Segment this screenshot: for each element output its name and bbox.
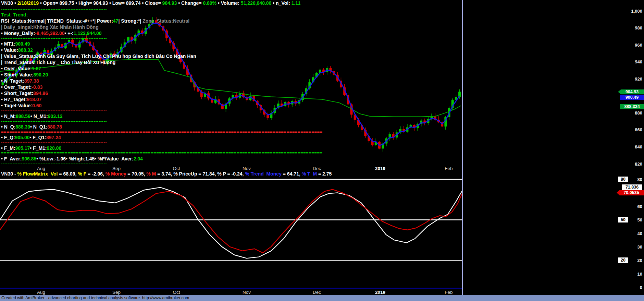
overlay-line: Test_Trend: bbox=[1, 12, 323, 18]
osc-line-red bbox=[0, 190, 462, 253]
overlay-line-21-seg-0: ========================================… bbox=[1, 129, 323, 134]
overlay-line-27-seg-0: ----------------------------------------… bbox=[1, 161, 107, 166]
time-axis-label: Oct bbox=[173, 290, 180, 295]
overlay-line: | Trend_Status:Tich Luy _ Cho Thay Đôi X… bbox=[1, 59, 323, 65]
time-axis-label: Feb bbox=[445, 166, 453, 171]
overlay-line: • Over_Taget:-0.83 bbox=[1, 84, 323, 90]
osc-value-badge: 70.0535 bbox=[617, 190, 644, 195]
time-axis-top[interactable]: AugSepOctNovDec2019Feb bbox=[0, 166, 644, 171]
flowmatrix-title-seg-11: % P bbox=[217, 171, 226, 177]
overlay-separator: ----------------------------------------… bbox=[1, 7, 323, 12]
flowmatrix-title-seg-5: % Money bbox=[106, 171, 126, 177]
overlay-line-2-seg-1: 47 bbox=[113, 18, 119, 24]
flowmatrix-title-seg-14: = 64.71, bbox=[282, 171, 302, 177]
osc-level-box: 80 bbox=[618, 177, 628, 182]
overlay-line-24-seg-2: • F_M1: bbox=[30, 145, 47, 151]
quote-header-seg-9: 1.11 bbox=[292, 0, 300, 6]
overlay-line-8-seg-0: | Value_Status:Đinh Gia Suy Giam, Tich L… bbox=[1, 53, 196, 59]
time-axis-label: Dec bbox=[313, 166, 321, 171]
flowmatrix-title-seg-0: VN30 - bbox=[1, 171, 17, 177]
overlay-line-4-seg-2: • +-: bbox=[64, 31, 73, 36]
osc-axis-tick: 80 bbox=[637, 177, 642, 182]
osc-level-box: 20 bbox=[618, 257, 628, 263]
overlay-separator: ========================================… bbox=[1, 130, 323, 134]
time-axis-label: Aug bbox=[37, 290, 45, 295]
flowmatrix-title-seg-7: % M bbox=[146, 171, 156, 177]
overlay-line-22-seg-0: • F_Q: bbox=[1, 135, 15, 140]
time-axis-label: Sep bbox=[112, 290, 121, 295]
overlay-line-19-seg-0: ----------------------------------------… bbox=[1, 119, 107, 124]
overlay-line-20-seg-0: • N_Q: bbox=[1, 124, 15, 130]
overlay-line-13-seg-0: • Over_Taget: bbox=[1, 84, 32, 90]
overlay-line-10-seg-1: 1.87 bbox=[32, 66, 41, 71]
flowmatrix-title: VN30 - % FlowMatrix_Vol = 68.09, % F = -… bbox=[1, 171, 332, 177]
flowmatrix-title-seg-10: = 71.84, bbox=[197, 171, 217, 177]
quote-header-seg-3: 904.93 bbox=[162, 0, 177, 6]
overlay-line-7-seg-1: 888.32 bbox=[18, 47, 33, 53]
overlay-separator: ----------------------------------------… bbox=[1, 36, 323, 41]
flowmatrix-title-seg-2: = 68.09, bbox=[58, 171, 78, 177]
price-axis-tick: 920 bbox=[635, 76, 642, 82]
overlay-line: • Over_Value:1.87 bbox=[1, 65, 323, 72]
overlay-line-18-seg-2: • N_M1: bbox=[30, 113, 48, 119]
overlay-line: • H7_Taget:918.07 bbox=[1, 96, 323, 103]
overlay-line-18-seg-0: • N_M: bbox=[1, 113, 16, 119]
time-axis-label: Sep bbox=[112, 166, 121, 171]
time-axis-label: Aug bbox=[37, 166, 45, 171]
flowmatrix-title-seg-1: % FlowMatrix_Vol bbox=[17, 171, 58, 177]
osc-axis-tick: 30 bbox=[637, 244, 642, 250]
overlay-separator: ========================================… bbox=[1, 151, 323, 156]
overlay-line-2-seg-2: | Strong:*| bbox=[118, 18, 143, 24]
time-axis-bottom[interactable]: AugSepOctNovDec2019Feb bbox=[0, 290, 644, 295]
overlay-line: | Value_Status:Đinh Gia Suy Giam, Tich L… bbox=[1, 53, 323, 59]
overlay-line-6-seg-0: • MT1: bbox=[1, 41, 15, 47]
price-badge: 900.49 bbox=[620, 95, 644, 100]
overlay-line-26-seg-1: 906.85 bbox=[22, 156, 36, 161]
overlay-line-20-seg-2: • N_Q1: bbox=[30, 124, 47, 130]
overlay-line-4-seg-1: -8,465,392.00 bbox=[35, 31, 64, 36]
overlay-line-11-seg-0: • Short_Value: bbox=[1, 72, 33, 77]
flowmatrix-title-seg-12: = -0.24, bbox=[226, 171, 245, 177]
overlay-line-7-seg-0: • Value: bbox=[1, 47, 18, 53]
overlay-line-22-seg-1: 905.00 bbox=[15, 135, 30, 140]
price-axis-tick: 880 bbox=[635, 110, 642, 116]
amibroker-window: VN30 • 2/18/2019 • Open= 899.75 • High= … bbox=[0, 0, 644, 301]
time-axis-label: Oct bbox=[173, 166, 180, 171]
overlay-line-16-seg-1: 0.60 bbox=[32, 103, 41, 108]
quote-header-seg-6: • Volume: bbox=[216, 0, 241, 6]
overlay-separator: ----------------------------------------… bbox=[1, 141, 323, 145]
flowmatrix-title-seg-4: = -2.06, bbox=[86, 171, 106, 177]
overlay-line: • Value:888.32 bbox=[1, 47, 323, 53]
overlay-line-5-seg-0: ----------------------------------------… bbox=[1, 36, 107, 41]
quote-header-seg-4: • Change= bbox=[177, 0, 203, 6]
flowmatrix-title-seg-8: = 3.74, bbox=[156, 171, 173, 177]
overlay-line-12-seg-0: • N_Taget: bbox=[1, 78, 24, 84]
overlay-line-3-seg-0: | Daily_singal:Không Xác Nhân Hành Đông bbox=[1, 24, 99, 30]
overlay-line-10-seg-0: • Over_Value: bbox=[1, 66, 32, 71]
overlay-separator: ----------------------------------------… bbox=[1, 119, 323, 124]
overlay-line-1-seg-0: Test_Trend: bbox=[1, 12, 28, 17]
overlay-line-20-seg-1: 888.39 bbox=[15, 124, 30, 130]
overlay-line-13-seg-1: -0.83 bbox=[32, 84, 42, 90]
quote-header-seg-0: VN30 • bbox=[1, 0, 17, 6]
flowmatrix-title-seg-6: = 70.05, bbox=[126, 171, 146, 177]
overlay-line-2-seg-3: Zone_Status:Neutral bbox=[143, 18, 189, 24]
overlay-separator: ----------------------------------------… bbox=[1, 109, 323, 113]
flowmatrix-title-seg-16: = 2.75 bbox=[317, 171, 332, 177]
flowmatrix-title-seg-3: % F bbox=[78, 171, 86, 177]
overlay-line: | Daily_singal:Không Xác Nhân Hành Đông bbox=[1, 24, 323, 30]
quote-header-seg-1: 2/18/2019 bbox=[17, 0, 39, 6]
overlay-line-26-seg-0: • F_Aver: bbox=[1, 156, 22, 161]
overlay-separator: ----------------------------------------… bbox=[1, 162, 323, 166]
overlay-line: RSI_Status:Normal| TREND_Status:-#++*| P… bbox=[1, 18, 323, 24]
quote-header: VN30 • 2/18/2019 • Open= 899.75 • High= … bbox=[1, 0, 300, 6]
overlay-line: • MT1:900.49 bbox=[1, 41, 323, 47]
price-badge: 904.93 bbox=[618, 89, 644, 95]
overlay-line-4-seg-0: • Money_Daily: bbox=[1, 31, 35, 36]
amibroker-credit-bar: Created with AmiBroker - advanced charti… bbox=[0, 295, 644, 301]
overlay-line-4-seg-3: 1,122,944.00 bbox=[74, 31, 102, 36]
time-axis-label: Nov bbox=[243, 166, 251, 171]
overlay-line-15-seg-1: 918.07 bbox=[27, 97, 41, 102]
overlay-line-11-seg-1: 890.20 bbox=[33, 72, 48, 77]
quote-header-seg-2: • Open= 899.75 • High= 904.93 • Low= 899… bbox=[39, 0, 162, 6]
